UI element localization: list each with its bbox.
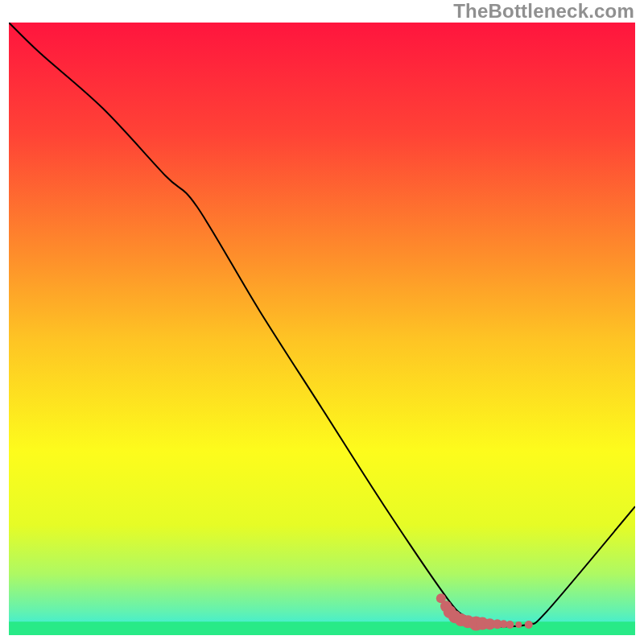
marker-dot: [525, 621, 533, 629]
marker-dot: [506, 621, 514, 629]
gradient-background: [9, 23, 635, 635]
chart-frame: TheBottleneck.com: [0, 0, 644, 644]
marker-dot: [515, 621, 522, 628]
green-band: [9, 621, 635, 635]
chart-svg: [9, 23, 635, 635]
attribution-text: TheBottleneck.com: [453, 0, 634, 23]
